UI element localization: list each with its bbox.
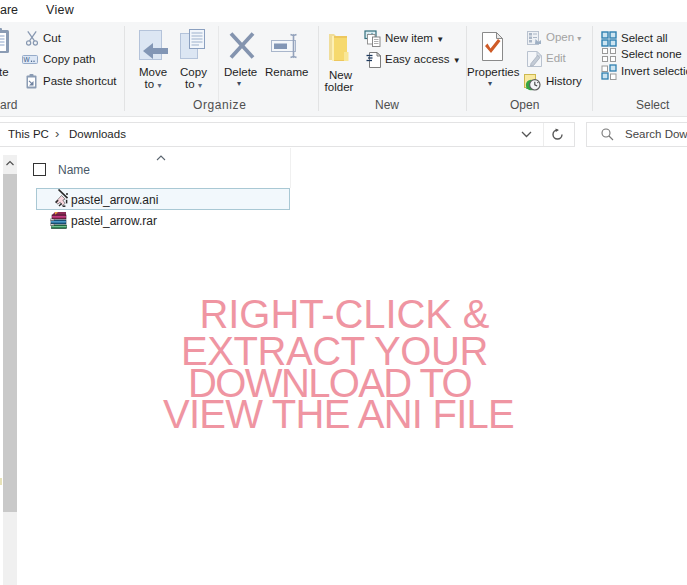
svg-text:W: W [24, 56, 31, 63]
